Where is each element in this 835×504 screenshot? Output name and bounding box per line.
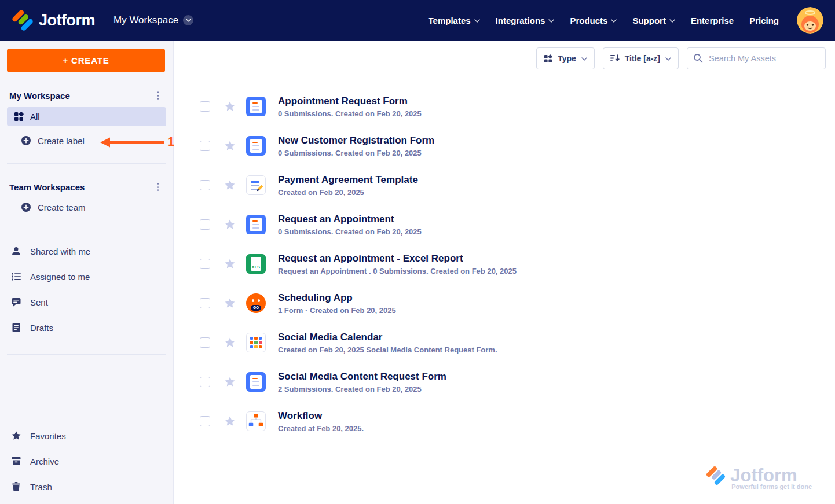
list-item[interactable]: Appointment Request Form 0 Submissions. … xyxy=(200,87,835,126)
form-icon[interactable] xyxy=(246,136,266,156)
item-title[interactable]: Scheduling App xyxy=(278,292,396,304)
item-subtitle: 2 Submissions. Created on Feb 20, 2025 xyxy=(278,385,446,393)
navbar-menu: Templates Integrations Products Support … xyxy=(428,7,823,34)
item-title[interactable]: Social Media Content Request Form xyxy=(278,371,446,382)
list-item[interactable]: New Customer Registration Form 0 Submiss… xyxy=(200,126,835,165)
item-title[interactable]: Social Media Calendar xyxy=(278,332,497,343)
sidebar-item-trash[interactable]: Trash xyxy=(0,474,173,499)
sign-document-icon[interactable] xyxy=(246,175,266,195)
list-item[interactable]: GO Scheduling App 1 Form · Created on Fe… xyxy=(200,284,835,323)
nav-integrations[interactable]: Integrations xyxy=(496,16,555,25)
chevron-down-icon xyxy=(474,19,480,23)
sidebar-item-sent[interactable]: Sent xyxy=(0,289,173,315)
item-title[interactable]: Appointment Request Form xyxy=(278,95,422,107)
search-input[interactable] xyxy=(687,47,826,69)
chevron-down-icon xyxy=(665,57,671,61)
item-title[interactable]: Workflow xyxy=(278,410,364,422)
row-checkbox[interactable] xyxy=(200,180,210,190)
archive-icon xyxy=(11,456,21,466)
sidebar-item-archive[interactable]: Archive xyxy=(0,448,173,474)
list-item[interactable]: XLS Request an Appointment - Excel Repor… xyxy=(200,244,835,284)
sidebar-item-label: Create label xyxy=(38,136,85,146)
watermark-tagline: Powerful forms get it done xyxy=(731,483,812,490)
favorite-star-icon[interactable] xyxy=(224,140,236,152)
sort-button[interactable]: Title [a-z] xyxy=(603,47,679,69)
favorite-star-icon[interactable] xyxy=(224,337,236,348)
favorite-star-icon[interactable] xyxy=(224,258,236,270)
excel-report-icon[interactable]: XLS xyxy=(246,254,266,274)
row-checkbox[interactable] xyxy=(200,337,210,348)
sidebar-item-all[interactable]: All xyxy=(7,107,166,126)
type-filter-button[interactable]: Type xyxy=(536,47,595,69)
plus-circle-icon xyxy=(21,135,31,146)
item-subtitle: Request an Appointment . 0 Submissions. … xyxy=(278,267,517,275)
workflow-icon[interactable] xyxy=(246,411,266,431)
star-icon xyxy=(11,431,21,441)
user-avatar[interactable] xyxy=(797,7,823,34)
item-subtitle: 1 Form · Created on Feb 20, 2025 xyxy=(278,306,396,315)
favorite-star-icon[interactable] xyxy=(224,101,236,112)
nav-pricing[interactable]: Pricing xyxy=(749,16,779,25)
list-item[interactable]: Workflow Created at Feb 20, 2025. xyxy=(200,402,835,441)
list-item[interactable]: Payment Agreement Template Created on Fe… xyxy=(200,165,835,205)
main-content: Type Title [a-z] xyxy=(174,41,835,504)
sidebar-item-shared-with-me[interactable]: Shared with me xyxy=(0,238,173,264)
checklist-icon xyxy=(11,271,21,282)
sidebar-item-label: Trash xyxy=(30,482,52,492)
nav-templates[interactable]: Templates xyxy=(428,16,479,25)
row-checkbox[interactable] xyxy=(200,141,210,151)
workspace-switcher[interactable]: My Workspace xyxy=(113,14,193,26)
brand-name: Jotform xyxy=(39,12,95,30)
assets-list: Appointment Request Form 0 Submissions. … xyxy=(174,76,835,441)
item-subtitle: 0 Submissions. Created on Feb 20, 2025 xyxy=(278,149,434,157)
favorite-star-icon[interactable] xyxy=(224,376,236,388)
jotform-watermark: Jotform Powerful forms get it done xyxy=(706,465,812,490)
row-checkbox[interactable] xyxy=(200,259,210,269)
form-icon[interactable] xyxy=(246,372,266,392)
sidebar-item-favorites[interactable]: Favorites xyxy=(0,423,173,448)
item-title[interactable]: Request an Appointment - Excel Report xyxy=(278,253,517,264)
assets-toolbar: Type Title [a-z] xyxy=(174,41,835,76)
row-checkbox[interactable] xyxy=(200,416,210,426)
board-icon[interactable] xyxy=(246,333,266,352)
kebab-menu-icon[interactable] xyxy=(154,181,162,193)
chevron-down-icon xyxy=(581,57,587,61)
search-box xyxy=(687,47,826,69)
item-subtitle: 0 Submissions. Created on Feb 20, 2025 xyxy=(278,109,422,118)
create-button[interactable]: + CREATE xyxy=(7,49,165,72)
list-item[interactable]: Social Media Content Request Form 2 Subm… xyxy=(200,362,835,402)
favorite-star-icon[interactable] xyxy=(224,219,236,230)
divider xyxy=(7,230,166,230)
nav-products[interactable]: Products xyxy=(570,16,617,25)
jotform-logo[interactable]: Jotform xyxy=(12,9,95,31)
apps-icon xyxy=(14,112,24,122)
item-title[interactable]: Request an Appointment xyxy=(278,214,422,225)
list-item[interactable]: Social Media Calendar Created on Feb 20,… xyxy=(200,323,835,362)
nav-enterprise[interactable]: Enterprise xyxy=(691,16,734,25)
jotform-watermark-icon xyxy=(706,466,726,485)
favorite-star-icon[interactable] xyxy=(224,179,236,191)
my-workspace-title: My Workspace xyxy=(9,91,70,101)
row-checkbox[interactable] xyxy=(200,377,210,387)
favorite-star-icon[interactable] xyxy=(224,415,236,427)
item-title[interactable]: New Customer Registration Form xyxy=(278,135,434,146)
sidebar-item-create-label[interactable]: Create label xyxy=(15,132,166,149)
form-icon[interactable] xyxy=(246,215,266,234)
kebab-menu-icon[interactable] xyxy=(154,90,162,101)
row-checkbox[interactable] xyxy=(200,219,210,230)
sidebar-item-drafts[interactable]: Drafts xyxy=(0,315,173,340)
nav-support[interactable]: Support xyxy=(632,16,675,25)
top-navbar: Jotform My Workspace Templates Integrati… xyxy=(0,0,835,41)
item-title[interactable]: Payment Agreement Template xyxy=(278,174,418,186)
chevron-down-icon xyxy=(183,15,193,25)
form-icon[interactable] xyxy=(246,97,266,116)
row-checkbox[interactable] xyxy=(200,101,210,112)
sidebar-item-create-team[interactable]: Create team xyxy=(15,198,166,216)
sidebar-item-assigned-to-me[interactable]: Assigned to me xyxy=(0,264,173,289)
app-icon[interactable]: GO xyxy=(246,293,266,313)
row-checkbox[interactable] xyxy=(200,298,210,308)
sidebar-item-label: All xyxy=(30,112,40,122)
favorite-star-icon[interactable] xyxy=(224,297,236,309)
item-subtitle: Created at Feb 20, 2025. xyxy=(278,424,364,433)
list-item[interactable]: Request an Appointment 0 Submissions. Cr… xyxy=(200,205,835,244)
